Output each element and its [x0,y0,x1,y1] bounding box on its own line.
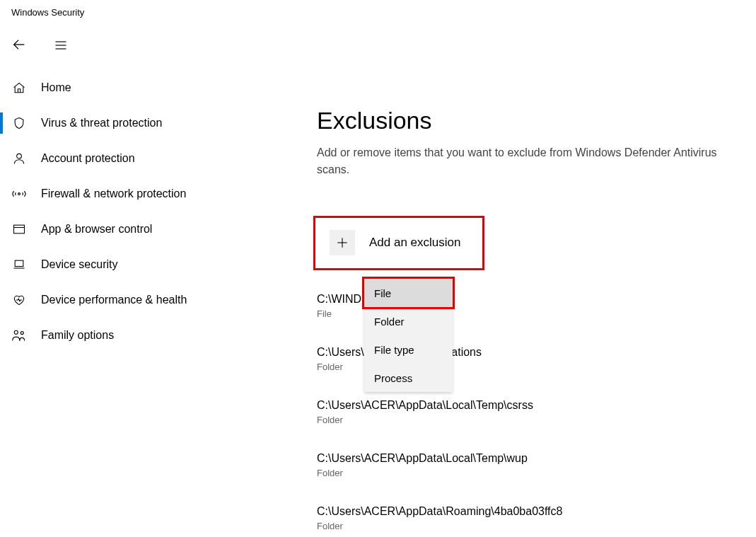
sidebar-item-label: App & browser control [41,223,152,236]
exclusion-item[interactable]: C:\Users\ACER\AppData\Roaming\4ba0ba03ff… [317,505,743,531]
sidebar-item-label: Device security [41,258,117,271]
sidebar-item-app-browser[interactable]: App & browser control [0,212,239,247]
dropdown-item-process[interactable]: Process [364,364,453,392]
sidebar-item-label: Family options [41,329,114,342]
page-title: Exclusions [317,107,743,134]
sidebar-item-performance[interactable]: Device performance & health [0,282,239,318]
heart-icon [10,291,28,309]
signal-icon [10,185,28,203]
window-icon [10,220,28,238]
sidebar-item-device-security[interactable]: Device security [0,247,239,282]
add-exclusion-button[interactable]: Add an exclusion [317,218,481,267]
add-exclusion-label: Add an exclusion [369,236,460,250]
shield-icon [10,114,28,132]
home-icon [10,79,28,97]
svg-point-9 [14,330,18,334]
family-icon [10,326,28,345]
sidebar-item-label: Account protection [41,152,135,165]
sidebar: Home Virus & threat protection Account p… [0,63,239,537]
person-icon [10,149,28,168]
svg-point-5 [18,193,21,195]
hamburger-icon [54,38,68,52]
page-subtitle: Add or remove items that you want to exc… [317,144,741,178]
sidebar-item-label: Device performance & health [41,294,187,306]
dropdown-item-file[interactable]: File [364,279,453,307]
exclusion-type: Folder [317,521,743,531]
svg-point-10 [21,332,23,335]
sidebar-item-label: Virus & threat protection [41,117,162,129]
svg-rect-6 [14,225,25,233]
exclusion-item[interactable]: C:\Users\ACER\AppData\Local\Temp\csrss F… [317,399,743,425]
sidebar-item-virus[interactable]: Virus & threat protection [0,105,239,141]
sidebar-item-label: Firewall & network protection [41,187,186,200]
window-title: Windows Security [0,0,756,18]
exclusion-item[interactable]: C:\Users\ACER\AppData\Local\Temp\wup Fol… [317,452,743,478]
sidebar-item-account[interactable]: Account protection [0,141,239,176]
exclusion-path: C:\Users\ACER\AppData\Roaming\4ba0ba03ff… [317,505,743,518]
svg-rect-8 [15,260,23,266]
sidebar-item-label: Home [41,81,71,94]
exclusion-path: C:\Users\ACER\AppData\Local\Temp\wup [317,452,743,465]
sidebar-item-home[interactable]: Home [0,70,239,105]
exclusion-type: Folder [317,415,743,425]
arrow-left-icon [11,37,27,52]
exclusion-path: C:\Users\ACER\AppData\Local\Temp\csrss [317,399,743,412]
sidebar-item-family[interactable]: Family options [0,318,239,353]
content-pane: Exclusions Add or remove items that you … [239,63,756,537]
exclusion-type: Folder [317,468,743,478]
hamburger-button[interactable] [54,31,82,59]
exclusion-type-dropdown: File Folder File type Process [364,279,453,392]
dropdown-item-filetype[interactable]: File type [364,335,453,364]
back-button[interactable] [11,30,40,59]
dropdown-item-folder[interactable]: Folder [364,307,453,335]
sidebar-item-firewall[interactable]: Firewall & network protection [0,176,239,212]
laptop-icon [10,255,28,274]
svg-point-4 [17,154,22,158]
plus-icon [330,230,355,255]
